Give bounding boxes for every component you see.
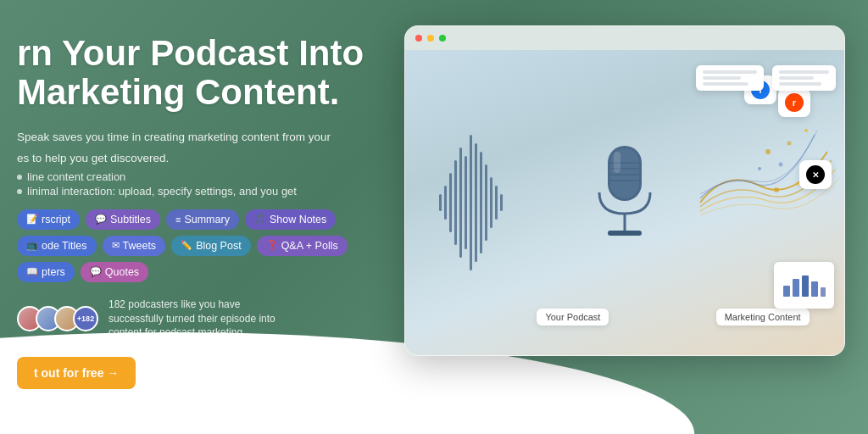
transcript-icon: 📝 [26, 214, 38, 225]
wave-bar [480, 152, 482, 253]
tag-transcript[interactable]: 📝 rscript [17, 209, 80, 230]
tag-qa-polls-label: Q&A + Polls [281, 240, 338, 252]
tag-qa-polls[interactable]: ❓ Q&A + Polls [257, 236, 348, 256]
wave-bar [444, 186, 447, 220]
proof-text: 182 podcasters like you have successfull… [108, 298, 278, 340]
cta-button[interactable]: t out for free → [17, 357, 136, 389]
browser-dot-red [415, 35, 422, 42]
feature-line-2: linimal interaction: upload, specify set… [17, 185, 364, 198]
wave-bar [485, 164, 487, 241]
x-twitter-badge: ✕ [799, 160, 832, 189]
card-line [779, 70, 829, 74]
svg-point-12 [774, 187, 779, 192]
tag-tweets[interactable]: ✉ Tweets [103, 236, 166, 256]
tag-summary[interactable]: ≡ Summary [166, 209, 239, 230]
browser-mockup: f r ✕ [404, 25, 845, 356]
microphone-svg [582, 142, 667, 260]
svg-point-15 [779, 163, 783, 167]
svg-point-11 [804, 129, 808, 132]
podcast-label: Your Podcast [537, 309, 609, 326]
wave-bar [454, 160, 457, 245]
quotes-icon: 💬 [90, 266, 102, 277]
card-line [703, 70, 757, 74]
reddit-icon: r [785, 93, 804, 112]
svg-rect-20 [821, 287, 826, 297]
tag-quotes-label: Quotes [105, 266, 139, 278]
browser-dot-green [439, 35, 446, 42]
feature-line-1: line content creation [17, 170, 364, 183]
svg-rect-7 [608, 231, 642, 236]
card-line [703, 82, 748, 86]
tag-subtitles-label: Subtitles [110, 214, 151, 225]
subtitle-text-2: es to help you get discovered. [17, 150, 364, 167]
browser-bar [405, 26, 844, 50]
wave-bar [500, 194, 503, 211]
social-proof: +182 182 podcasters like you have succes… [17, 298, 364, 340]
svg-point-10 [787, 142, 792, 146]
wave-bar [459, 147, 462, 258]
wave-bar [439, 194, 442, 211]
tag-transcript-label: rscript [42, 214, 70, 225]
wave-bar [470, 135, 472, 270]
card-line [703, 76, 741, 80]
content-card-2 [772, 65, 836, 91]
svg-rect-18 [802, 275, 809, 297]
svg-point-14 [758, 167, 761, 170]
tag-episode-titles-label: ode Titles [42, 240, 87, 252]
subtitle-block: Speak saves you time in creating marketi… [17, 129, 364, 198]
right-panel: f r ✕ [390, 25, 868, 356]
qa-polls-icon: ❓ [266, 240, 278, 251]
hero-title: rn Your Podcast Into Marketing Content. [17, 34, 364, 112]
wave-bar [475, 143, 477, 262]
tags-section: 📝 rscript 💬 Subtitles ≡ Summary 🎵 Show N… [17, 209, 364, 282]
svg-rect-17 [793, 279, 799, 297]
tag-blog-post-label: Blog Post [196, 240, 242, 252]
svg-rect-8 [614, 152, 620, 173]
tag-tweets-label: Tweets [123, 240, 157, 252]
subtitle-text-1: Speak saves you time in creating marketi… [17, 129, 364, 146]
tag-episode-titles[interactable]: 📺 ode Titles [17, 236, 97, 256]
tweets-icon: ✉ [112, 240, 120, 251]
browser-content: f r ✕ [405, 50, 844, 355]
svg-point-9 [765, 149, 771, 154]
bar-chart-icon [781, 269, 827, 298]
summary-icon: ≡ [175, 214, 181, 225]
content-wrapper: rn Your Podcast Into Marketing Content. … [0, 0, 868, 434]
microphone-container [582, 142, 667, 264]
chart-card [774, 262, 834, 309]
tag-chapters-label: pters [42, 266, 65, 278]
content-card-1 [696, 65, 764, 91]
tag-subtitles[interactable]: 💬 Subtitles [86, 209, 160, 230]
wave-bar [490, 177, 492, 228]
avatars-group: +182 [17, 306, 98, 331]
cta-label: t out for free → [34, 366, 119, 380]
blog-post-icon: ✏️ [181, 240, 192, 251]
svg-rect-19 [811, 281, 818, 297]
podcast-label-text: Your Podcast [545, 312, 600, 322]
card-line [779, 76, 814, 80]
episode-titles-icon: 📺 [26, 240, 38, 251]
wave-bar [449, 173, 452, 232]
wave-bar [465, 156, 467, 249]
x-twitter-icon: ✕ [806, 165, 825, 184]
reddit-badge: r [778, 88, 810, 117]
card-line [779, 82, 821, 86]
show-notes-icon: 🎵 [254, 214, 266, 225]
sound-waves-left [439, 135, 503, 270]
left-panel: rn Your Podcast Into Marketing Content. … [0, 25, 390, 406]
chapters-icon: 📖 [26, 266, 38, 277]
wave-bar [495, 186, 498, 220]
tag-summary-label: Summary [184, 214, 229, 225]
subtitles-icon: 💬 [95, 214, 107, 225]
tag-quotes[interactable]: 💬 Quotes [81, 262, 148, 282]
tag-chapters[interactable]: 📖 pters [17, 262, 75, 282]
browser-dot-yellow [427, 35, 434, 42]
tag-blog-post[interactable]: ✏️ Blog Post [171, 236, 251, 256]
svg-rect-16 [783, 286, 790, 297]
avatar-count: +182 [73, 306, 98, 331]
tag-show-notes[interactable]: 🎵 Show Notes [245, 209, 336, 230]
tag-show-notes-label: Show Notes [270, 214, 326, 225]
